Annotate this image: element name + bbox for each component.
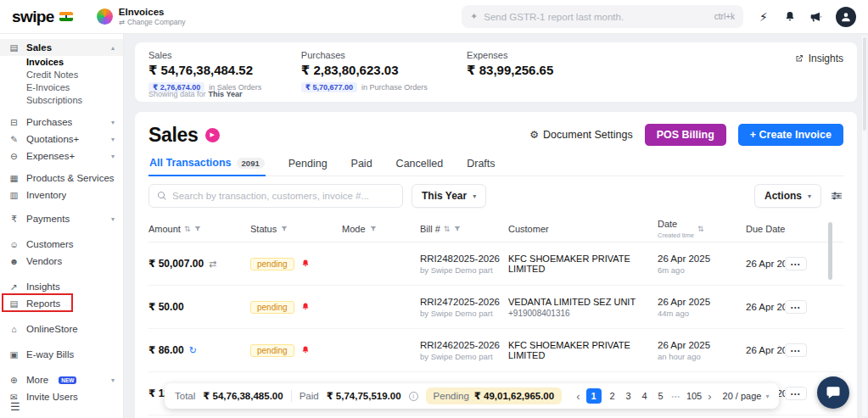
column-due-date[interactable]: Due Date — [746, 224, 785, 234]
page-size-select[interactable]: 20 / page ▾ — [723, 391, 770, 401]
sidebar-item-insights[interactable]: ↗ Insights — [0, 278, 123, 295]
customer-cell[interactable]: VEDANTA LIMITED SEZ UNIT +919008401316 — [508, 297, 658, 318]
sidebar-subitem-e-invoices[interactable]: E-Invoices — [0, 81, 123, 94]
column-status[interactable]: Status — [250, 224, 342, 234]
sidebar-item-purchases[interactable]: ⊟ Purchases ▾ — [0, 114, 123, 131]
notifications-bell-icon[interactable] — [783, 10, 797, 24]
sidebar-item-onlinestore[interactable]: ⌂ OnlineStore — [0, 320, 123, 337]
expenses-stat-value: ₹ 83,99,256.65 — [467, 63, 553, 78]
filter-funnel-icon[interactable] — [193, 225, 202, 233]
chat-widget-button[interactable] — [817, 376, 849, 409]
company-meta: EInvoices ⇄ Change Company — [119, 7, 186, 26]
status-cell: pending — [250, 258, 342, 270]
next-page-button[interactable]: › — [708, 390, 711, 403]
transaction-search[interactable] — [148, 184, 403, 208]
pagination-ellipsis[interactable]: ••• — [672, 393, 680, 399]
sidebar-item-eway-bills[interactable]: ▣ E-way Bills — [0, 346, 123, 363]
global-search-input[interactable] — [484, 12, 708, 22]
reminder-bell-icon[interactable] — [300, 302, 311, 312]
filter-funnel-icon[interactable] — [280, 225, 288, 233]
page-scrollbar[interactable] — [862, 36, 867, 416]
create-invoice-button[interactable]: + Create Invoice — [738, 124, 843, 146]
page-button-4[interactable]: 4 — [640, 391, 650, 401]
bill-cell[interactable]: RRI2462025-2026 by Swipe Demo part — [420, 340, 508, 361]
table-row[interactable]: ₹ 50,007.00 ⇄ pending RRI2482025-2026 by… — [148, 242, 843, 286]
company-name: EInvoices — [119, 7, 186, 17]
sidebar-subitem-subscriptions[interactable]: Subscriptions — [0, 94, 123, 107]
status-badge: pending — [250, 301, 294, 314]
swipe-logo[interactable]: swipe — [12, 8, 73, 26]
sidebar-item-more[interactable]: ⊕ More NEW ▾ — [0, 371, 123, 388]
sidebar-item-payments[interactable]: ₹ Payments ▾ — [0, 210, 123, 227]
row-actions-button[interactable]: ••• — [785, 300, 807, 314]
tutorial-play-icon[interactable]: ▶ — [205, 128, 220, 142]
column-settings-icon[interactable] — [830, 189, 843, 203]
sort-icon[interactable]: ⇅ — [444, 225, 451, 233]
pos-billing-button[interactable]: POS Billing — [645, 124, 726, 146]
page-button-last[interactable]: 105 — [686, 391, 702, 401]
sidebar-item-reports[interactable]: ▤ Reports — [0, 295, 123, 312]
sidebar-subitem-credit-notes[interactable]: Credit Notes — [0, 69, 123, 81]
tab-all-transactions[interactable]: All Transactions 2091 — [148, 153, 266, 176]
table-row[interactable]: ₹ 86.00 ↻ pending RRI2462025-2026 by Swi… — [148, 329, 843, 372]
bill-cell[interactable]: RRI2472025-2026 by Swipe Demo part — [420, 297, 508, 318]
column-date[interactable]: Date Created time ⇅ — [658, 219, 746, 239]
customer-cell[interactable]: KFC SHOEMAKER PRIVATE LIMITED — [508, 340, 658, 360]
document-settings-button[interactable]: ⚙ Document Settings — [529, 129, 632, 141]
date-cell: 26 Apr 2025 6m ago — [658, 254, 746, 275]
sidebar-collapse-icon[interactable]: ☰ — [10, 400, 20, 413]
amount-cell: ₹ 50.00 — [148, 301, 250, 313]
table-scrollbar-thumb[interactable] — [828, 222, 832, 280]
sort-icon[interactable]: ⇅ — [697, 225, 704, 233]
actions-dropdown[interactable]: Actions ▾ — [754, 184, 821, 208]
column-mode[interactable]: Mode — [342, 224, 420, 234]
row-actions-button[interactable]: ••• — [785, 343, 807, 357]
customer-cell[interactable]: KFC SHOEMAKER PRIVATE LIMITED — [508, 254, 658, 274]
change-company-link[interactable]: ⇄ Change Company — [119, 18, 186, 26]
page-button-5[interactable]: 5 — [656, 391, 666, 401]
period-filter-dropdown[interactable]: This Year ▾ — [412, 184, 486, 208]
table-row[interactable]: ₹ 50.00 pending RRI2472025-2026 by Swipe… — [148, 286, 843, 329]
prev-page-button[interactable]: ‹ — [576, 390, 580, 403]
page-button-1[interactable]: 1 — [586, 388, 602, 404]
paid-value: ₹ 5,74,75,519.00 — [327, 390, 401, 402]
column-customer[interactable]: Customer — [508, 224, 658, 234]
page-button-2[interactable]: 2 — [608, 391, 618, 401]
sidebar-item-inventory[interactable]: ▥ Inventory — [0, 187, 123, 203]
bill-cell[interactable]: RRI2482025-2026 by Swipe Demo part — [420, 254, 508, 275]
row-actions-button[interactable]: ••• — [785, 257, 807, 270]
tab-cancelled[interactable]: Cancelled — [395, 153, 445, 176]
info-icon[interactable]: i — [409, 392, 418, 401]
reminder-bell-icon[interactable] — [300, 259, 311, 269]
sidebar-item-sales[interactable]: ▤ Sales ▴ — [0, 39, 123, 56]
quick-actions-zap-icon[interactable]: ⚡ — [757, 10, 770, 24]
transaction-search-input[interactable] — [172, 191, 395, 201]
change-company-icon: ⇄ — [119, 18, 125, 26]
tab-label: All Transactions — [149, 157, 232, 169]
amount-value: ₹ 50.00 — [148, 301, 184, 313]
global-search[interactable]: ✦ ctrl+k — [462, 5, 743, 28]
sidebar-item-customers[interactable]: ☺ Customers — [0, 236, 123, 253]
column-bill[interactable]: Bill # ⇅ — [420, 224, 508, 234]
filter-funnel-icon[interactable] — [369, 225, 378, 233]
row-actions-button[interactable]: ••• — [785, 387, 807, 400]
insights-link[interactable]: Insights — [794, 53, 843, 64]
tab-drafts[interactable]: Drafts — [466, 153, 496, 176]
customer-name: KFC SHOEMAKER PRIVATE LIMITED — [508, 254, 658, 274]
announcements-megaphone-icon[interactable] — [809, 10, 823, 24]
sort-icon[interactable]: ⇅ — [184, 225, 191, 233]
column-amount[interactable]: Amount ⇅ — [148, 224, 250, 234]
sidebar-item-vendors[interactable]: ☻ Vendors — [0, 253, 123, 270]
reminder-bell-icon[interactable] — [300, 345, 311, 355]
filter-funnel-icon[interactable] — [453, 225, 462, 233]
page-button-3[interactable]: 3 — [624, 391, 634, 401]
company-switcher[interactable]: EInvoices ⇄ Change Company — [97, 7, 186, 26]
expenses-stat-label: Expenses — [467, 50, 553, 60]
tab-pending[interactable]: Pending — [288, 153, 328, 176]
tab-paid[interactable]: Paid — [350, 153, 373, 176]
sidebar-item-quotations[interactable]: ✎ Quotations+ ▾ — [0, 131, 123, 148]
sidebar-item-expenses[interactable]: ⊖ Expenses+ ▾ — [0, 148, 123, 164]
sidebar-item-products-services[interactable]: ▦ Products & Services — [0, 170, 123, 187]
sidebar-subitem-invoices[interactable]: Invoices — [0, 56, 123, 69]
user-avatar[interactable] — [836, 7, 856, 27]
